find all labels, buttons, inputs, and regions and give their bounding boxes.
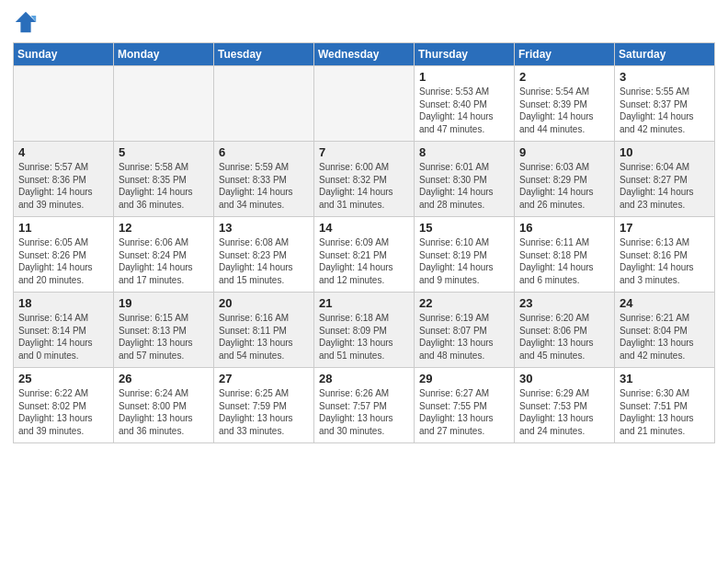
day-cell: 10Sunrise: 6:04 AMSunset: 8:27 PMDayligh… (615, 142, 715, 217)
weekday-header-row: SundayMondayTuesdayWednesdayThursdayFrid… (14, 43, 715, 66)
day-number: 30 (519, 372, 609, 385)
day-info: Sunrise: 6:20 AMSunset: 8:06 PMDaylight:… (519, 312, 609, 362)
day-number: 25 (18, 372, 108, 385)
day-cell: 3Sunrise: 5:55 AMSunset: 8:37 PMDaylight… (615, 66, 715, 142)
day-number: 31 (620, 372, 710, 385)
day-info: Sunrise: 6:24 AMSunset: 8:00 PMDaylight:… (119, 387, 209, 437)
day-info: Sunrise: 6:09 AMSunset: 8:21 PMDaylight:… (319, 236, 409, 286)
day-cell: 13Sunrise: 6:08 AMSunset: 8:23 PMDayligh… (214, 217, 314, 293)
day-number: 6 (219, 145, 309, 159)
day-info: Sunrise: 6:19 AMSunset: 8:07 PMDaylight:… (419, 312, 509, 362)
day-number: 17 (620, 221, 710, 235)
day-number: 21 (319, 296, 409, 310)
day-info: Sunrise: 5:58 AMSunset: 8:35 PMDaylight:… (119, 161, 209, 211)
weekday-header-sunday: Sunday (14, 43, 114, 66)
day-number: 29 (419, 372, 509, 385)
day-cell: 11Sunrise: 6:05 AMSunset: 8:26 PMDayligh… (14, 217, 114, 293)
page: SundayMondayTuesdayWednesdayThursdayFrid… (0, 0, 728, 563)
weekday-header-monday: Monday (114, 43, 214, 66)
day-number: 20 (219, 296, 309, 310)
day-cell: 12Sunrise: 6:06 AMSunset: 8:24 PMDayligh… (114, 217, 214, 293)
day-info: Sunrise: 5:59 AMSunset: 8:33 PMDaylight:… (219, 161, 309, 211)
week-row-5: 25Sunrise: 6:22 AMSunset: 8:02 PMDayligh… (14, 368, 715, 443)
day-cell: 29Sunrise: 6:27 AMSunset: 7:55 PMDayligh… (415, 368, 515, 443)
day-cell: 23Sunrise: 6:20 AMSunset: 8:06 PMDayligh… (515, 293, 615, 368)
day-info: Sunrise: 5:53 AMSunset: 8:40 PMDaylight:… (419, 86, 509, 135)
day-info: Sunrise: 5:57 AMSunset: 8:36 PMDaylight:… (18, 161, 108, 211)
week-row-3: 11Sunrise: 6:05 AMSunset: 8:26 PMDayligh… (14, 217, 715, 293)
weekday-header-thursday: Thursday (415, 43, 515, 66)
day-cell: 8Sunrise: 6:01 AMSunset: 8:30 PMDaylight… (415, 142, 515, 217)
day-cell (214, 66, 314, 142)
day-cell: 7Sunrise: 6:00 AMSunset: 8:32 PMDaylight… (314, 142, 415, 217)
day-number: 24 (620, 296, 710, 310)
day-number: 14 (319, 221, 409, 235)
day-info: Sunrise: 6:25 AMSunset: 7:59 PMDaylight:… (219, 387, 309, 437)
day-number: 8 (419, 145, 509, 159)
day-info: Sunrise: 6:13 AMSunset: 8:16 PMDaylight:… (620, 236, 710, 286)
day-cell: 14Sunrise: 6:09 AMSunset: 8:21 PMDayligh… (314, 217, 415, 293)
day-cell: 4Sunrise: 5:57 AMSunset: 8:36 PMDaylight… (14, 142, 114, 217)
day-info: Sunrise: 6:11 AMSunset: 8:18 PMDaylight:… (519, 236, 609, 286)
day-cell: 16Sunrise: 6:11 AMSunset: 8:18 PMDayligh… (515, 217, 615, 293)
day-number: 13 (219, 221, 309, 235)
day-cell: 27Sunrise: 6:25 AMSunset: 7:59 PMDayligh… (214, 368, 314, 443)
day-cell (314, 66, 415, 142)
day-cell: 25Sunrise: 6:22 AMSunset: 8:02 PMDayligh… (14, 368, 114, 443)
day-cell: 5Sunrise: 5:58 AMSunset: 8:35 PMDaylight… (114, 142, 214, 217)
weekday-header-tuesday: Tuesday (214, 43, 314, 66)
day-info: Sunrise: 6:01 AMSunset: 8:30 PMDaylight:… (419, 161, 509, 211)
calendar-table: SundayMondayTuesdayWednesdayThursdayFrid… (13, 42, 715, 443)
day-cell: 18Sunrise: 6:14 AMSunset: 8:14 PMDayligh… (14, 293, 114, 368)
day-cell: 26Sunrise: 6:24 AMSunset: 8:00 PMDayligh… (114, 368, 214, 443)
day-info: Sunrise: 6:14 AMSunset: 8:14 PMDaylight:… (18, 312, 108, 362)
day-info: Sunrise: 6:18 AMSunset: 8:09 PMDaylight:… (319, 312, 409, 362)
day-number: 7 (319, 145, 409, 159)
day-cell: 21Sunrise: 6:18 AMSunset: 8:09 PMDayligh… (314, 293, 415, 368)
day-info: Sunrise: 5:54 AMSunset: 8:39 PMDaylight:… (519, 86, 609, 135)
day-number: 26 (119, 372, 209, 385)
day-number: 15 (419, 221, 509, 235)
day-info: Sunrise: 6:27 AMSunset: 7:55 PMDaylight:… (419, 387, 509, 437)
day-number: 19 (119, 296, 209, 310)
day-cell: 30Sunrise: 6:29 AMSunset: 7:53 PMDayligh… (515, 368, 615, 443)
day-info: Sunrise: 6:00 AMSunset: 8:32 PMDaylight:… (319, 161, 409, 211)
day-number: 27 (219, 372, 309, 385)
day-info: Sunrise: 6:30 AMSunset: 7:51 PMDaylight:… (620, 387, 710, 437)
day-number: 9 (519, 145, 609, 159)
day-number: 5 (119, 145, 209, 159)
day-cell: 31Sunrise: 6:30 AMSunset: 7:51 PMDayligh… (615, 368, 715, 443)
day-info: Sunrise: 6:03 AMSunset: 8:29 PMDaylight:… (519, 161, 609, 211)
day-cell: 9Sunrise: 6:03 AMSunset: 8:29 PMDaylight… (515, 142, 615, 217)
day-number: 22 (419, 296, 509, 310)
weekday-header-friday: Friday (515, 43, 615, 66)
week-row-2: 4Sunrise: 5:57 AMSunset: 8:36 PMDaylight… (14, 142, 715, 217)
day-cell: 20Sunrise: 6:16 AMSunset: 8:11 PMDayligh… (214, 293, 314, 368)
weekday-header-saturday: Saturday (615, 43, 715, 66)
day-info: Sunrise: 6:10 AMSunset: 8:19 PMDaylight:… (419, 236, 509, 286)
day-cell (14, 66, 114, 142)
week-row-4: 18Sunrise: 6:14 AMSunset: 8:14 PMDayligh… (14, 293, 715, 368)
day-number: 12 (119, 221, 209, 235)
day-cell: 22Sunrise: 6:19 AMSunset: 8:07 PMDayligh… (415, 293, 515, 368)
day-info: Sunrise: 6:05 AMSunset: 8:26 PMDaylight:… (18, 236, 108, 286)
day-cell: 6Sunrise: 5:59 AMSunset: 8:33 PMDaylight… (214, 142, 314, 217)
day-number: 1 (419, 70, 509, 84)
day-number: 4 (18, 145, 108, 159)
day-info: Sunrise: 6:06 AMSunset: 8:24 PMDaylight:… (119, 236, 209, 286)
logo-icon (13, 9, 39, 35)
day-number: 2 (519, 70, 609, 84)
day-number: 3 (620, 70, 710, 84)
day-info: Sunrise: 5:55 AMSunset: 8:37 PMDaylight:… (620, 86, 710, 135)
day-number: 10 (620, 145, 710, 159)
day-info: Sunrise: 6:04 AMSunset: 8:27 PMDaylight:… (620, 161, 710, 211)
day-cell (114, 66, 214, 142)
day-number: 18 (18, 296, 108, 310)
day-info: Sunrise: 6:22 AMSunset: 8:02 PMDaylight:… (18, 387, 108, 437)
day-cell: 1Sunrise: 5:53 AMSunset: 8:40 PMDaylight… (415, 66, 515, 142)
logo (13, 9, 42, 35)
day-info: Sunrise: 6:29 AMSunset: 7:53 PMDaylight:… (519, 387, 609, 437)
day-number: 28 (319, 372, 409, 385)
day-cell: 15Sunrise: 6:10 AMSunset: 8:19 PMDayligh… (415, 217, 515, 293)
day-info: Sunrise: 6:21 AMSunset: 8:04 PMDaylight:… (620, 312, 710, 362)
